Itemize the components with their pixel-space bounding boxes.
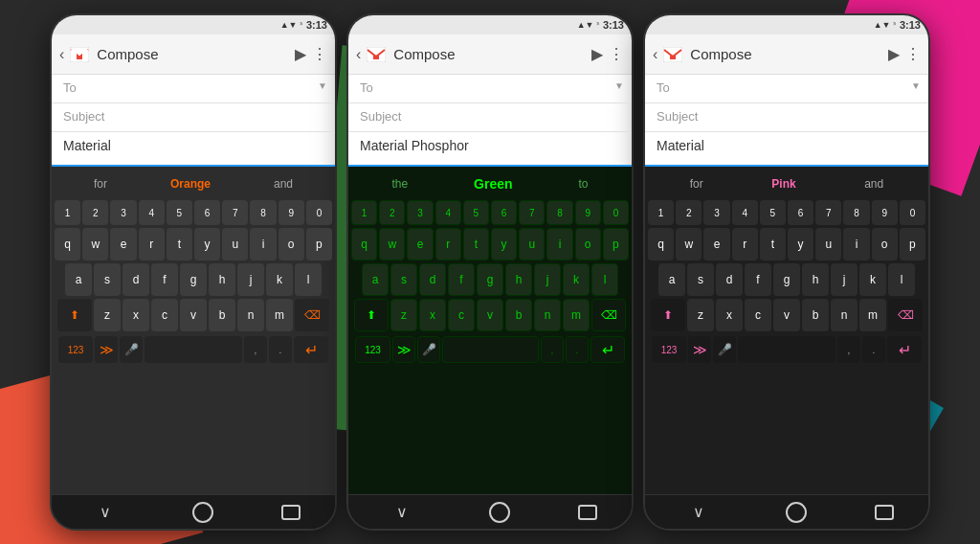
suggest-left-green[interactable]: the bbox=[391, 177, 408, 191]
send-icon-pink[interactable]: ▶ bbox=[888, 45, 900, 63]
key-j-orange[interactable]: j bbox=[237, 263, 264, 296]
key-8-pink[interactable]: 8 bbox=[843, 200, 869, 225]
body-field-green[interactable]: Material Phosphor bbox=[348, 132, 632, 167]
to-field-orange[interactable]: To ▼ bbox=[52, 75, 335, 103]
key-7-orange[interactable]: 7 bbox=[222, 200, 248, 225]
key-h-orange[interactable]: h bbox=[209, 263, 235, 296]
key-b-orange[interactable]: b bbox=[209, 299, 235, 331]
recents-nav-pink[interactable] bbox=[875, 505, 894, 520]
suggest-center-green[interactable]: Green bbox=[474, 176, 512, 192]
delete-key-pink[interactable]: ⌫ bbox=[888, 299, 923, 331]
to-field-green[interactable]: To ▼ bbox=[348, 75, 632, 103]
key-m-pink[interactable]: m bbox=[859, 299, 886, 331]
key-x-pink[interactable]: x bbox=[716, 299, 743, 331]
suggest-right-pink[interactable]: and bbox=[864, 177, 883, 191]
key-q-pink[interactable]: q bbox=[648, 228, 674, 261]
key-9-pink[interactable]: 9 bbox=[872, 200, 898, 225]
body-field-orange[interactable]: Material bbox=[52, 132, 335, 167]
key-5-green[interactable]: 5 bbox=[463, 200, 489, 225]
home-nav-green[interactable] bbox=[489, 502, 510, 523]
mic-key-green[interactable]: 🎤 bbox=[417, 336, 440, 363]
key-u-orange[interactable]: u bbox=[222, 228, 248, 261]
key-1-pink[interactable]: 1 bbox=[648, 200, 674, 225]
key-3-pink[interactable]: 3 bbox=[703, 200, 729, 225]
key-4-orange[interactable]: 4 bbox=[139, 200, 165, 225]
key-a-pink[interactable]: a bbox=[658, 263, 685, 296]
key-q-green[interactable]: q bbox=[351, 228, 377, 261]
back-nav-green[interactable]: ∨ bbox=[383, 498, 421, 527]
key-q-orange[interactable]: q bbox=[55, 228, 80, 261]
send-icon-orange[interactable]: ▶ bbox=[295, 45, 306, 63]
key-u-pink[interactable]: u bbox=[815, 228, 841, 261]
key-i-pink[interactable]: i bbox=[843, 228, 869, 261]
key-0-pink[interactable]: 0 bbox=[900, 200, 925, 225]
key-a-green[interactable]: a bbox=[362, 263, 389, 296]
key-v-green[interactable]: v bbox=[477, 299, 503, 331]
key-v-orange[interactable]: v bbox=[180, 299, 207, 331]
comma-key-pink[interactable]: , bbox=[837, 336, 860, 363]
emoji-key-orange[interactable]: ≫ bbox=[95, 336, 118, 363]
key-o-green[interactable]: o bbox=[575, 228, 601, 261]
key-r-green[interactable]: r bbox=[435, 228, 461, 261]
period-key-green[interactable]: . bbox=[566, 336, 589, 363]
key-p-green[interactable]: p bbox=[603, 228, 629, 261]
key-8-green[interactable]: 8 bbox=[546, 200, 572, 225]
suggest-center-orange[interactable]: Orange bbox=[170, 177, 211, 191]
key-o-pink[interactable]: o bbox=[872, 228, 898, 261]
shift-key-pink[interactable]: ⬆ bbox=[651, 299, 685, 331]
body-field-pink[interactable]: Material bbox=[645, 132, 928, 167]
key-6-green[interactable]: 6 bbox=[491, 200, 517, 225]
menu-icon-pink[interactable]: ⋮ bbox=[905, 45, 921, 63]
subject-field-orange[interactable]: Subject bbox=[52, 103, 335, 132]
key-c-orange[interactable]: c bbox=[151, 299, 178, 331]
suggest-left-pink[interactable]: for bbox=[690, 177, 703, 191]
key-9-orange[interactable]: 9 bbox=[278, 200, 304, 225]
back-icon-orange[interactable]: ‹ bbox=[59, 46, 64, 63]
key-d-green[interactable]: d bbox=[419, 263, 446, 296]
key-i-green[interactable]: i bbox=[546, 228, 572, 261]
period-key-pink[interactable]: . bbox=[862, 336, 885, 363]
key-e-green[interactable]: e bbox=[407, 228, 433, 261]
back-icon-pink[interactable]: ‹ bbox=[653, 46, 657, 63]
key-u-green[interactable]: u bbox=[519, 228, 545, 261]
key-2-green[interactable]: 2 bbox=[379, 200, 405, 225]
key-y-green[interactable]: y bbox=[491, 228, 517, 261]
key-4-green[interactable]: 4 bbox=[435, 200, 461, 225]
key-c-green[interactable]: c bbox=[448, 299, 475, 331]
delete-key-green[interactable]: ⌫ bbox=[591, 299, 626, 331]
menu-icon-green[interactable]: ⋮ bbox=[609, 45, 624, 63]
key-1-green[interactable]: 1 bbox=[351, 200, 377, 225]
key-f-pink[interactable]: f bbox=[745, 263, 771, 296]
emoji-key-green[interactable]: ≫ bbox=[392, 336, 415, 363]
key-m-green[interactable]: m bbox=[563, 299, 590, 331]
recents-nav-orange[interactable] bbox=[281, 505, 301, 520]
suggest-right-orange[interactable]: and bbox=[274, 177, 293, 191]
key-m-orange[interactable]: m bbox=[266, 299, 293, 331]
key-p-orange[interactable]: p bbox=[306, 228, 332, 261]
enter-key-orange[interactable]: ↵ bbox=[294, 336, 328, 363]
key-5-orange[interactable]: 5 bbox=[167, 200, 192, 225]
key-l-pink[interactable]: l bbox=[888, 263, 915, 296]
shift-key-orange[interactable]: ⬆ bbox=[57, 299, 92, 331]
key-k-green[interactable]: k bbox=[563, 263, 590, 296]
key-s-green[interactable]: s bbox=[390, 263, 417, 296]
send-icon-green[interactable]: ▶ bbox=[591, 45, 603, 63]
home-nav-pink[interactable] bbox=[786, 502, 807, 523]
key-k-orange[interactable]: k bbox=[266, 263, 293, 296]
key-t-green[interactable]: t bbox=[463, 228, 489, 261]
subject-field-pink[interactable]: Subject bbox=[645, 103, 928, 132]
comma-key-green[interactable]: , bbox=[541, 336, 564, 363]
key-z-orange[interactable]: z bbox=[94, 299, 121, 331]
key-2-orange[interactable]: 2 bbox=[82, 200, 108, 225]
key-w-green[interactable]: w bbox=[379, 228, 405, 261]
key-z-green[interactable]: z bbox=[390, 299, 417, 331]
suggest-left-orange[interactable]: for bbox=[94, 177, 107, 191]
space-key-orange[interactable] bbox=[145, 336, 242, 363]
key-x-green[interactable]: x bbox=[419, 299, 446, 331]
to-field-pink[interactable]: To ▼ bbox=[645, 75, 928, 103]
enter-key-green[interactable]: ↵ bbox=[590, 336, 625, 363]
key-1-orange[interactable]: 1 bbox=[55, 200, 80, 225]
key-d-pink[interactable]: d bbox=[716, 263, 743, 296]
key-6-orange[interactable]: 6 bbox=[194, 200, 220, 225]
home-nav-orange[interactable] bbox=[192, 502, 213, 523]
